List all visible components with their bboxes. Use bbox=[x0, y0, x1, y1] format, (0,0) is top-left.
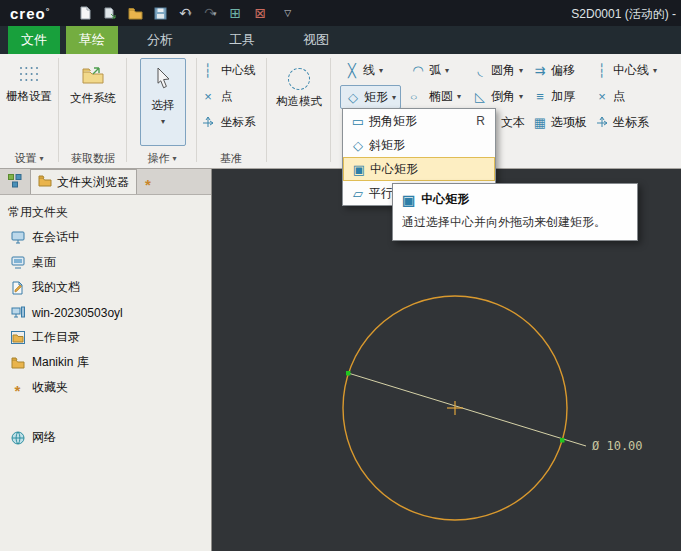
datum-group-label: 基准 bbox=[196, 151, 266, 166]
cursor-icon bbox=[154, 67, 172, 94]
ribbon-tab-bar: 文件 草绘 分析 工具 视图 bbox=[0, 26, 681, 54]
construction-mode-button[interactable]: 构造模式 bbox=[270, 60, 328, 109]
chevron-down-icon: ▾ bbox=[161, 117, 165, 126]
diameter-dimension-label[interactable]: Ø 10.00 bbox=[592, 439, 643, 453]
arc-button[interactable]: ◠ 弧 ▾ bbox=[406, 59, 453, 81]
chevron-down-icon[interactable]: ▾ bbox=[445, 66, 449, 75]
point-button[interactable]: × 点 bbox=[590, 85, 629, 107]
line-button[interactable]: ╳ 线 ▾ bbox=[340, 59, 387, 81]
new-file-icon[interactable] bbox=[74, 3, 96, 23]
construction-mode-icon bbox=[288, 68, 310, 90]
chevron-down-icon[interactable]: ▾ bbox=[519, 92, 523, 101]
dimension-line bbox=[348, 373, 586, 446]
file-system-button[interactable]: 文件系统 bbox=[62, 58, 124, 106]
favorites-tab[interactable]: * bbox=[137, 169, 159, 194]
centerline-icon: ┆ bbox=[200, 64, 216, 77]
chevron-down-icon[interactable]: ▾ bbox=[653, 66, 657, 75]
folder-icon bbox=[38, 175, 52, 190]
chevron-down-icon[interactable]: ▾ bbox=[392, 93, 396, 102]
corner-rectangle-icon: ▭ bbox=[347, 114, 369, 129]
open-session-icon[interactable] bbox=[99, 3, 121, 23]
tab-file[interactable]: 文件 bbox=[8, 26, 60, 54]
datum-centerline-button[interactable]: ┆ 中心线 bbox=[200, 60, 266, 80]
folder-item-favorites[interactable]: * 收藏夹 bbox=[0, 375, 211, 400]
save-icon[interactable] bbox=[149, 3, 171, 23]
window-title: S2D0001 (活动的) - bbox=[571, 6, 676, 23]
ribbon: 栅格设置 设置▾ 文件系统 获取数据 选择 ▾ 操作▾ ┆ bbox=[0, 54, 681, 169]
palette-button[interactable]: ▦ 选项板 bbox=[528, 111, 591, 133]
folder-item-working-directory[interactable]: 工作目录 bbox=[0, 325, 211, 350]
chevron-down-icon[interactable]: ▾ bbox=[457, 92, 461, 101]
centerline-button[interactable]: ┆ 中心线 ▾ bbox=[590, 59, 661, 81]
datum-csys-button[interactable]: 坐标系 bbox=[200, 112, 266, 132]
chamfer-icon: ◺ bbox=[472, 90, 488, 103]
menu-item-corner-rectangle[interactable]: ▭ 拐角矩形 R bbox=[343, 109, 495, 133]
network-item[interactable]: 网络 bbox=[0, 425, 211, 450]
csys-button[interactable]: 坐标系 bbox=[590, 111, 653, 133]
tab-sketch[interactable]: 草绘 bbox=[66, 26, 118, 54]
chevron-down-icon[interactable]: ▾ bbox=[519, 66, 523, 75]
grid-settings-button[interactable]: 栅格设置 bbox=[2, 58, 56, 104]
document-icon bbox=[10, 281, 25, 295]
monitor-icon bbox=[10, 231, 25, 244]
chevron-down-icon: ▾ bbox=[39, 154, 43, 163]
folder-item-desktop[interactable]: 桌面 bbox=[0, 250, 211, 275]
quick-access-overflow-icon[interactable]: ▽ bbox=[284, 8, 291, 18]
folder-item-manikin-library[interactable]: Manikin 库 bbox=[0, 350, 211, 375]
slanted-rectangle-icon: ◇ bbox=[347, 138, 369, 153]
open-folder-icon[interactable] bbox=[124, 3, 146, 23]
close-window-icon[interactable]: ⊠ bbox=[249, 3, 271, 23]
group-separator bbox=[126, 58, 127, 162]
folder-browser-tab[interactable]: 文件夹浏览器 bbox=[30, 169, 137, 194]
datum-group: ┆ 中心线 × 点 坐标系 bbox=[200, 60, 266, 132]
menu-item-slanted-rectangle[interactable]: ◇ 斜矩形 bbox=[343, 133, 495, 157]
group-separator bbox=[196, 58, 197, 162]
redo-dropdown-arrow-icon: ▾ bbox=[213, 10, 217, 17]
tab-analysis[interactable]: 分析 bbox=[134, 26, 186, 54]
point-icon: × bbox=[594, 90, 610, 103]
undo-dropdown-arrow-icon[interactable]: ▾ bbox=[188, 10, 192, 17]
computer-icon bbox=[10, 306, 25, 319]
tab-view[interactable]: 视图 bbox=[290, 26, 342, 54]
settings-group-label[interactable]: 设置▾ bbox=[2, 151, 56, 166]
ellipse-icon: ○ bbox=[410, 92, 426, 101]
chamfer-button[interactable]: ◺ 倒角 ▾ bbox=[468, 85, 527, 107]
center-rectangle-icon: ▣ bbox=[348, 162, 370, 177]
offset-button[interactable]: ⇉ 偏移 bbox=[528, 59, 579, 81]
center-rectangle-icon: ▣ bbox=[402, 192, 415, 208]
undo-icon[interactable]: ↶▾ bbox=[174, 3, 196, 23]
select-button[interactable]: 选择 ▾ bbox=[140, 58, 186, 146]
thicken-icon: ≡ bbox=[532, 90, 548, 103]
group-separator bbox=[266, 58, 267, 162]
tooltip-title: 中心矩形 bbox=[421, 191, 469, 208]
datum-point-button[interactable]: × 点 bbox=[200, 86, 266, 106]
operations-group-label[interactable]: 操作▾ bbox=[128, 151, 196, 166]
rectangle-button[interactable]: ◇ 矩形 ▾ bbox=[340, 85, 401, 109]
creo-logo: creo° bbox=[10, 5, 50, 22]
ellipse-button[interactable]: ○ 椭圆 ▾ bbox=[406, 85, 465, 107]
line-icon: ╳ bbox=[344, 64, 360, 77]
chevron-down-icon[interactable]: ▾ bbox=[379, 66, 383, 75]
drag-handle[interactable] bbox=[346, 371, 351, 376]
fillet-icon: ◟ bbox=[472, 64, 488, 77]
model-tree-tab[interactable] bbox=[0, 169, 30, 194]
coordinate-system-icon bbox=[200, 115, 216, 129]
coordinate-system-icon bbox=[594, 115, 610, 129]
folder-item-my-documents[interactable]: 我的文档 bbox=[0, 275, 211, 300]
offset-icon: ⇉ bbox=[532, 64, 548, 77]
title-bar: creo° ↶▾ ↷▾ ⊞ ⊠ ▽ S2D0001 (活动的) - bbox=[0, 0, 681, 26]
quick-access-toolbar: ↶▾ ↷▾ ⊞ ⊠ ▽ bbox=[74, 3, 291, 23]
folder-item-computer[interactable]: win-20230503oyl bbox=[0, 300, 211, 325]
window-grid-icon[interactable]: ⊞ bbox=[224, 3, 246, 23]
tab-tools[interactable]: 工具 bbox=[216, 26, 268, 54]
framed-folder-icon bbox=[10, 331, 25, 344]
center-rectangle-tooltip: ▣ 中心矩形 通过选择中心并向外拖动来创建矩形。 bbox=[392, 183, 638, 241]
menu-item-center-rectangle[interactable]: ▣ 中心矩形 bbox=[343, 157, 495, 181]
tooltip-title-row: ▣ 中心矩形 bbox=[402, 191, 628, 208]
thicken-button[interactable]: ≡ 加厚 bbox=[528, 85, 579, 107]
drag-handle[interactable] bbox=[560, 438, 565, 443]
desktop-icon bbox=[10, 256, 25, 269]
folder-item-in-session[interactable]: 在会话中 bbox=[0, 225, 211, 250]
get-data-group-label: 获取数据 bbox=[60, 151, 126, 166]
fillet-button[interactable]: ◟ 圆角 ▾ bbox=[468, 59, 527, 81]
